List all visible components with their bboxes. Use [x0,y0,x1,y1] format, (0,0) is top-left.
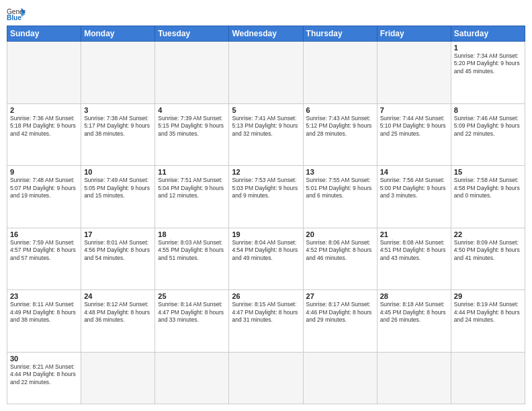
weekday-header-thursday: Thursday [303,26,377,42]
calendar-cell: 18Sunrise: 8:03 AM Sunset: 4:55 PM Dayli… [155,228,229,290]
calendar-cell [155,42,229,104]
day-info: Sunrise: 7:48 AM Sunset: 5:07 PM Dayligh… [10,177,78,199]
day-number: 21 [380,230,448,238]
day-number: 7 [380,106,448,114]
weekday-header-tuesday: Tuesday [155,26,229,42]
day-info: Sunrise: 8:18 AM Sunset: 4:45 PM Dayligh… [380,301,448,324]
day-info: Sunrise: 7:51 AM Sunset: 5:04 PM Dayligh… [158,177,226,199]
day-info: Sunrise: 8:17 AM Sunset: 4:46 PM Dayligh… [306,301,374,324]
day-info: Sunrise: 8:03 AM Sunset: 4:55 PM Dayligh… [158,239,226,262]
day-number: 4 [158,106,226,114]
day-info: Sunrise: 8:12 AM Sunset: 4:48 PM Dayligh… [84,301,152,324]
day-number: 26 [232,292,300,300]
weekday-header-wednesday: Wednesday [229,26,303,42]
calendar-cell: 13Sunrise: 7:55 AM Sunset: 5:01 PM Dayli… [303,166,377,228]
day-info: Sunrise: 8:15 AM Sunset: 4:47 PM Dayligh… [232,301,300,324]
calendar-cell: 23Sunrise: 8:11 AM Sunset: 4:49 PM Dayli… [7,290,81,353]
day-number: 22 [454,230,522,238]
weekday-header-friday: Friday [377,26,451,42]
weekday-header-monday: Monday [81,26,155,42]
calendar-cell: 20Sunrise: 8:06 AM Sunset: 4:52 PM Dayli… [303,228,377,290]
calendar-cell [81,42,155,104]
day-number: 12 [232,168,300,176]
day-info: Sunrise: 7:43 AM Sunset: 5:12 PM Dayligh… [306,115,374,138]
calendar-cell [377,42,451,104]
calendar-cell: 26Sunrise: 8:15 AM Sunset: 4:47 PM Dayli… [229,290,303,353]
calendar-cell: 24Sunrise: 8:12 AM Sunset: 4:48 PM Dayli… [81,290,155,353]
day-number: 29 [454,292,522,300]
calendar-cell: 9Sunrise: 7:48 AM Sunset: 5:07 PM Daylig… [7,166,81,228]
day-info: Sunrise: 7:34 AM Sunset: 5:20 PM Dayligh… [454,52,522,75]
calendar-cell: 10Sunrise: 7:49 AM Sunset: 5:05 PM Dayli… [81,166,155,228]
calendar-cell [229,352,303,404]
day-number: 15 [454,168,522,176]
day-number: 14 [380,168,448,176]
day-info: Sunrise: 8:09 AM Sunset: 4:50 PM Dayligh… [454,239,522,262]
day-info: Sunrise: 7:53 AM Sunset: 5:03 PM Dayligh… [232,177,300,199]
header: General Blue [7,7,525,21]
generalblue-logo-icon: General Blue [7,7,26,21]
day-info: Sunrise: 7:49 AM Sunset: 5:05 PM Dayligh… [84,177,152,199]
day-info: Sunrise: 8:14 AM Sunset: 4:47 PM Dayligh… [158,301,226,324]
week-row-1: 2Sunrise: 7:36 AM Sunset: 5:18 PM Daylig… [7,103,525,166]
calendar-cell [303,42,377,104]
day-info: Sunrise: 7:44 AM Sunset: 5:10 PM Dayligh… [380,115,448,138]
day-info: Sunrise: 8:11 AM Sunset: 4:49 PM Dayligh… [10,301,78,324]
day-number: 11 [158,168,226,176]
calendar-cell: 11Sunrise: 7:51 AM Sunset: 5:04 PM Dayli… [155,166,229,228]
calendar-cell: 15Sunrise: 7:58 AM Sunset: 4:58 PM Dayli… [451,166,525,228]
day-info: Sunrise: 7:41 AM Sunset: 5:13 PM Dayligh… [232,115,300,138]
day-number: 5 [232,106,300,114]
day-info: Sunrise: 7:38 AM Sunset: 5:17 PM Dayligh… [84,115,152,138]
calendar-cell: 8Sunrise: 7:46 AM Sunset: 5:09 PM Daylig… [451,103,525,166]
weekday-header-row: SundayMondayTuesdayWednesdayThursdayFrid… [7,26,525,42]
calendar-cell: 7Sunrise: 7:44 AM Sunset: 5:10 PM Daylig… [377,103,451,166]
calendar-table: SundayMondayTuesdayWednesdayThursdayFrid… [7,26,525,404]
calendar-cell: 30Sunrise: 8:21 AM Sunset: 4:44 PM Dayli… [7,352,81,404]
calendar-cell: 6Sunrise: 7:43 AM Sunset: 5:12 PM Daylig… [303,103,377,166]
day-number: 3 [84,106,152,114]
calendar-cell: 12Sunrise: 7:53 AM Sunset: 5:03 PM Dayli… [229,166,303,228]
week-row-0: 1Sunrise: 7:34 AM Sunset: 5:20 PM Daylig… [7,42,525,104]
day-number: 30 [10,355,78,363]
calendar-cell: 14Sunrise: 7:56 AM Sunset: 5:00 PM Dayli… [377,166,451,228]
day-info: Sunrise: 8:04 AM Sunset: 4:54 PM Dayligh… [232,239,300,262]
calendar-cell [7,42,81,104]
day-info: Sunrise: 8:19 AM Sunset: 4:44 PM Dayligh… [454,301,522,324]
svg-text:Blue: Blue [7,14,21,21]
day-info: Sunrise: 7:36 AM Sunset: 5:18 PM Dayligh… [10,115,78,138]
page: General Blue SundayMondayTuesdayWednesda… [0,0,532,411]
day-number: 16 [10,230,78,238]
day-number: 28 [380,292,448,300]
weekday-header-saturday: Saturday [451,26,525,42]
day-number: 23 [10,292,78,300]
calendar-cell [81,352,155,404]
day-number: 17 [84,230,152,238]
calendar-cell: 25Sunrise: 8:14 AM Sunset: 4:47 PM Dayli… [155,290,229,353]
calendar-cell: 5Sunrise: 7:41 AM Sunset: 5:13 PM Daylig… [229,103,303,166]
calendar-cell: 1Sunrise: 7:34 AM Sunset: 5:20 PM Daylig… [451,42,525,104]
day-info: Sunrise: 8:01 AM Sunset: 4:56 PM Dayligh… [84,239,152,262]
week-row-3: 16Sunrise: 7:59 AM Sunset: 4:57 PM Dayli… [7,228,525,290]
calendar-cell [155,352,229,404]
week-row-2: 9Sunrise: 7:48 AM Sunset: 5:07 PM Daylig… [7,166,525,228]
calendar-cell: 4Sunrise: 7:39 AM Sunset: 5:15 PM Daylig… [155,103,229,166]
day-number: 24 [84,292,152,300]
calendar-cell: 22Sunrise: 8:09 AM Sunset: 4:50 PM Dayli… [451,228,525,290]
day-number: 27 [306,292,374,300]
day-info: Sunrise: 7:46 AM Sunset: 5:09 PM Dayligh… [454,115,522,138]
day-info: Sunrise: 7:58 AM Sunset: 4:58 PM Dayligh… [454,177,522,199]
calendar-cell: 28Sunrise: 8:18 AM Sunset: 4:45 PM Dayli… [377,290,451,353]
calendar-cell: 16Sunrise: 7:59 AM Sunset: 4:57 PM Dayli… [7,228,81,290]
day-info: Sunrise: 7:59 AM Sunset: 4:57 PM Dayligh… [10,239,78,262]
day-number: 2 [10,106,78,114]
calendar-cell: 27Sunrise: 8:17 AM Sunset: 4:46 PM Dayli… [303,290,377,353]
calendar-cell: 2Sunrise: 7:36 AM Sunset: 5:18 PM Daylig… [7,103,81,166]
day-info: Sunrise: 8:06 AM Sunset: 4:52 PM Dayligh… [306,239,374,262]
day-number: 13 [306,168,374,176]
calendar-cell: 3Sunrise: 7:38 AM Sunset: 5:17 PM Daylig… [81,103,155,166]
calendar-cell [303,352,377,404]
day-number: 20 [306,230,374,238]
day-number: 10 [84,168,152,176]
calendar-cell: 29Sunrise: 8:19 AM Sunset: 4:44 PM Dayli… [451,290,525,353]
